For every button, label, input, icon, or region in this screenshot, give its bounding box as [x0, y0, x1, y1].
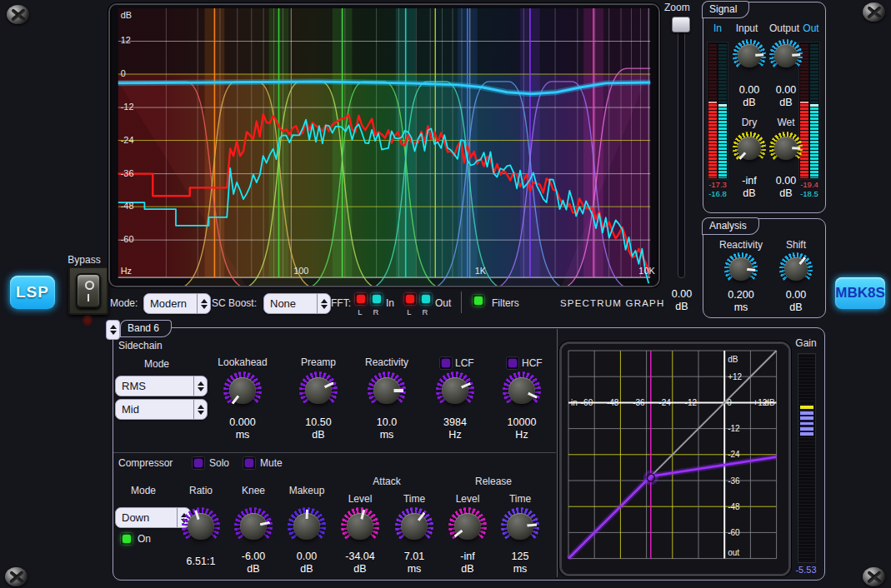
hcf-label: HCF	[522, 357, 552, 369]
svg-text:-24: -24	[121, 135, 134, 145]
preamp-knob[interactable]	[299, 371, 338, 410]
compression-curve-graph[interactable]: in-60-48-36-24-120+12dBdB+12-12-24-36-48…	[559, 341, 791, 576]
solo-label: Solo	[209, 457, 229, 469]
svg-text:-48: -48	[728, 502, 740, 511]
input-meter-left-bar	[708, 43, 717, 178]
spectrum-canvas[interactable]: dB120-12-24-36-48-60Hz1001K10K	[110, 5, 658, 286]
fft-label: FFT:	[331, 297, 351, 309]
svg-text:-60: -60	[581, 398, 593, 407]
attack-level-knob[interactable]	[341, 507, 379, 546]
combo-arrows-icon	[197, 294, 210, 313]
mode-select[interactable]: Modern	[143, 293, 211, 314]
attack-time-knob[interactable]	[395, 507, 433, 546]
bypass-label: Bypass	[60, 254, 108, 266]
analysis-reactivity-knob[interactable]	[724, 252, 758, 286]
output-gain-knob[interactable]	[769, 39, 803, 72]
sc-reactivity-number: 10.0	[362, 416, 412, 429]
svg-text:-12: -12	[728, 424, 740, 433]
sidechain-mode-select[interactable]: RMS	[115, 376, 208, 396]
attack-group-label: Attack	[362, 476, 412, 487]
release-time-value: 125 ms	[495, 551, 545, 576]
input-meter-bars	[707, 42, 728, 180]
mute-led[interactable]	[243, 456, 256, 470]
reactivity-label: Reactivity	[709, 239, 773, 251]
solo-led[interactable]	[192, 456, 205, 470]
band-tab[interactable]: Band 6	[120, 320, 172, 337]
knee-unit: dB	[228, 563, 278, 576]
ratio-label: Ratio	[176, 485, 226, 496]
svg-text:0: 0	[727, 398, 732, 407]
model-badge-button[interactable]: MBK8S	[835, 277, 885, 309]
fft-out-right-led[interactable]	[419, 292, 433, 306]
sidechain-title: Sidechain	[118, 340, 163, 351]
lcf-led[interactable]	[439, 356, 453, 370]
release-time-knob[interactable]	[501, 507, 539, 546]
release-level-value: -inf dB	[443, 551, 493, 576]
svg-text:out: out	[728, 548, 739, 557]
attack-time-number: 7.01	[389, 551, 439, 563]
zoom-slider-track[interactable]	[678, 18, 685, 278]
compressor-on-led[interactable]	[120, 532, 133, 546]
out-meter-label: Out	[800, 22, 822, 34]
filters-led[interactable]	[472, 294, 485, 307]
signal-panel-tab[interactable]: Signal	[702, 1, 749, 18]
zoom-slider-thumb[interactable]	[672, 17, 690, 32]
ratio-knob[interactable]	[182, 507, 220, 546]
analysis-shift-knob[interactable]	[779, 252, 813, 286]
lsp-logo-button[interactable]: LSP	[10, 276, 55, 309]
knee-knob[interactable]	[234, 507, 273, 546]
compressor-mode-label: Mode	[118, 485, 168, 496]
svg-text:-48: -48	[121, 201, 134, 211]
hcf-knob[interactable]	[503, 371, 541, 410]
attack-level-unit: dB	[335, 563, 385, 576]
bypass-switch[interactable]	[68, 267, 108, 315]
filters-label: Filters	[492, 297, 519, 309]
preamp-value: 10.50 dB	[293, 416, 343, 441]
compression-curve-canvas[interactable]: in-60-48-36-24-120+12dBdB+12-12-24-36-48…	[562, 344, 788, 574]
svg-text:-12: -12	[121, 102, 134, 112]
combo-arrows-icon	[193, 400, 207, 419]
in-meter-label: In	[708, 22, 728, 34]
spectrum-graph[interactable]: dB120-12-24-36-48-60Hz1001K10K	[108, 3, 660, 287]
wet-knob[interactable]	[769, 132, 803, 165]
release-level-knob[interactable]	[448, 507, 487, 546]
sidechain-source-select[interactable]: Mid	[115, 399, 208, 420]
fft-in-right-led[interactable]	[370, 292, 383, 306]
dry-knob[interactable]	[733, 132, 766, 165]
fft-in-left-label: L	[354, 307, 366, 316]
hcf-led[interactable]	[506, 356, 519, 370]
makeup-value: 0.00 dB	[282, 551, 332, 576]
lcf-number: 3984	[430, 416, 480, 429]
band-selector-spinner[interactable]	[106, 320, 120, 340]
sc-reactivity-knob[interactable]	[368, 371, 406, 410]
compressor-mode-select[interactable]: Down	[115, 507, 191, 528]
svg-text:Hz: Hz	[121, 266, 132, 276]
input-gain-knob[interactable]	[733, 39, 766, 72]
fft-out-left-led[interactable]	[403, 292, 417, 306]
combo-arrows-icon	[193, 376, 207, 396]
svg-text:12: 12	[121, 35, 131, 45]
analysis-shift-number: 0.00	[771, 289, 821, 301]
svg-text:dB: dB	[121, 10, 132, 20]
screw-icon	[863, 567, 885, 586]
analysis-reactivity-unit: ms	[716, 301, 766, 314]
spectrum-graph-title: SPECTRUM GRAPH	[560, 298, 664, 308]
plugin-window: LSP Bypass dB120-12-24-36-48-60Hz1001K10…	[0, 0, 891, 588]
gain-meter-label: Gain	[787, 337, 825, 349]
lookahead-knob[interactable]	[223, 371, 262, 410]
release-group-label: Release	[468, 476, 518, 487]
makeup-number: 0.00	[282, 551, 332, 563]
wet-value: 0.00 dB	[763, 175, 809, 200]
bypass-rocker[interactable]	[76, 273, 101, 308]
knee-number: -6.00	[228, 551, 278, 563]
lcf-value: 3984 Hz	[430, 416, 480, 441]
fft-in-left-led[interactable]	[354, 292, 368, 306]
lcf-knob[interactable]	[436, 371, 474, 410]
output-meter-right-bar	[810, 43, 818, 178]
makeup-knob[interactable]	[288, 507, 326, 546]
sc-boost-select[interactable]: None	[263, 293, 331, 314]
lcf-unit: Hz	[430, 429, 480, 441]
input-knob-label: Input	[727, 22, 767, 34]
attack-time-unit: ms	[389, 563, 439, 576]
analysis-panel-tab[interactable]: Analysis	[702, 217, 759, 235]
